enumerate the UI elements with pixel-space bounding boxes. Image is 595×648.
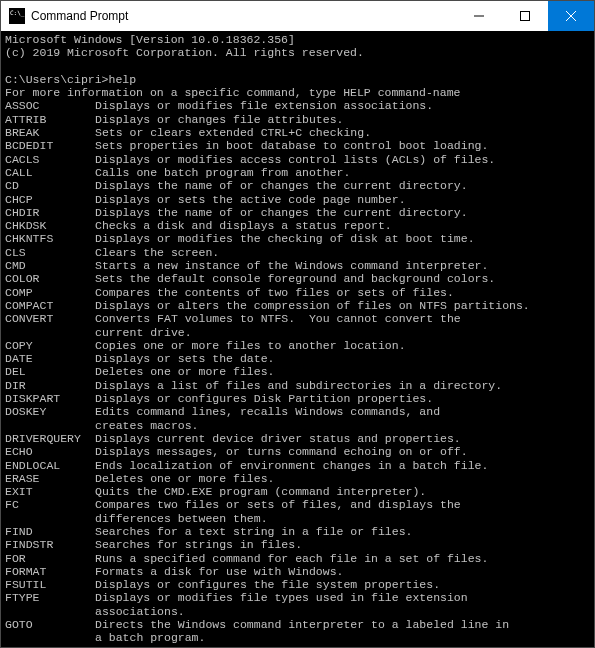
command-row: CACLSDisplays or modifies access control…	[5, 153, 590, 166]
command-pad	[5, 326, 95, 339]
command-prompt-window: Command Prompt Microsoft Windows [Versio…	[0, 0, 595, 648]
command-description: Sets properties in boot database to cont…	[95, 139, 590, 152]
command-row: CALLCalls one batch program from another…	[5, 166, 590, 179]
command-row: CHKDSKChecks a disk and displays a statu…	[5, 219, 590, 232]
command-row-continuation: a batch program.	[5, 631, 590, 644]
command-description: Displays or sets the active code page nu…	[95, 193, 590, 206]
command-row: DISKPARTDisplays or configures Disk Part…	[5, 392, 590, 405]
command-name: CHKNTFS	[5, 232, 95, 245]
command-row: COMPACTDisplays or alters the compressio…	[5, 299, 590, 312]
command-pad	[5, 419, 95, 432]
command-description: Converts FAT volumes to NTFS. You cannot…	[95, 312, 590, 325]
command-row: GPRESULTDisplays Group Policy informatio…	[5, 645, 590, 647]
command-pad	[5, 631, 95, 644]
prompt-text: C:\Users\cipri>	[5, 73, 109, 86]
command-row: CONVERTConverts FAT volumes to NTFS. You…	[5, 312, 590, 325]
command-name: DRIVERQUERY	[5, 432, 95, 445]
command-name: FTYPE	[5, 591, 95, 604]
command-name: COLOR	[5, 272, 95, 285]
command-row: ATTRIBDisplays or changes file attribute…	[5, 113, 590, 126]
command-name: COMP	[5, 286, 95, 299]
command-name: FORMAT	[5, 565, 95, 578]
command-row: COMPCompares the contents of two files o…	[5, 286, 590, 299]
command-description: Displays current device driver status an…	[95, 432, 590, 445]
command-name: FIND	[5, 525, 95, 538]
command-description: Copies one or more files to another loca…	[95, 339, 590, 352]
command-description: Displays the name of or changes the curr…	[95, 179, 590, 192]
command-description: a batch program.	[95, 631, 590, 644]
command-name: CACLS	[5, 153, 95, 166]
command-name: EXIT	[5, 485, 95, 498]
prompt-line: C:\Users\cipri>help	[5, 73, 590, 86]
command-row: DIRDisplays a list of files and subdirec…	[5, 379, 590, 392]
command-description: Directs the Windows command interpreter …	[95, 618, 590, 631]
titlebar[interactable]: Command Prompt	[1, 1, 594, 31]
command-name: CALL	[5, 166, 95, 179]
maximize-icon	[520, 11, 530, 21]
command-row-continuation: creates macros.	[5, 419, 590, 432]
command-name: ECHO	[5, 445, 95, 458]
command-row: FTYPEDisplays or modifies file types use…	[5, 591, 590, 604]
command-description: Searches for strings in files.	[95, 538, 590, 551]
command-name: ENDLOCAL	[5, 459, 95, 472]
command-description: Searches for a text string in a file or …	[95, 525, 590, 538]
command-name: GOTO	[5, 618, 95, 631]
command-description: Sets or clears extended CTRL+C checking.	[95, 126, 590, 139]
command-description: Edits command lines, recalls Windows com…	[95, 405, 590, 418]
command-row-continuation: current drive.	[5, 326, 590, 339]
command-description: Runs a specified command for each file i…	[95, 552, 590, 565]
command-description: Displays or modifies file extension asso…	[95, 99, 590, 112]
maximize-button[interactable]	[502, 1, 548, 31]
command-description: Starts a new instance of the Windows com…	[95, 259, 590, 272]
command-row: COPYCopies one or more files to another …	[5, 339, 590, 352]
help-intro-line: For more information on a specific comma…	[5, 86, 590, 99]
command-row: ENDLOCALEnds localization of environment…	[5, 459, 590, 472]
command-row: CMDStarts a new instance of the Windows …	[5, 259, 590, 272]
command-name: CD	[5, 179, 95, 192]
command-name: ERASE	[5, 472, 95, 485]
command-description: Displays or modifies file types used in …	[95, 591, 590, 604]
command-row: CHCPDisplays or sets the active code pag…	[5, 193, 590, 206]
command-name: FINDSTR	[5, 538, 95, 551]
terminal-output[interactable]: Microsoft Windows [Version 10.0.18362.35…	[1, 31, 594, 647]
close-button[interactable]	[548, 1, 594, 31]
command-description: Displays or sets the date.	[95, 352, 590, 365]
command-description: Displays or alters the compression of fi…	[95, 299, 590, 312]
command-name: COMPACT	[5, 299, 95, 312]
command-name: FOR	[5, 552, 95, 565]
command-row: FORMATFormats a disk for use with Window…	[5, 565, 590, 578]
command-name: CONVERT	[5, 312, 95, 325]
command-name: CLS	[5, 246, 95, 259]
command-row-continuation: associations.	[5, 605, 590, 618]
command-description: Displays a list of files and subdirector…	[95, 379, 590, 392]
command-description: Displays or modifies access control list…	[95, 153, 590, 166]
command-name: DEL	[5, 365, 95, 378]
command-name: CHDIR	[5, 206, 95, 219]
command-row: EXITQuits the CMD.EXE program (command i…	[5, 485, 590, 498]
command-description: current drive.	[95, 326, 590, 339]
command-row: DOSKEYEdits command lines, recalls Windo…	[5, 405, 590, 418]
command-pad	[5, 605, 95, 618]
header-line: (c) 2019 Microsoft Corporation. All righ…	[5, 46, 590, 59]
command-row: DATEDisplays or sets the date.	[5, 352, 590, 365]
command-row: COLORSets the default console foreground…	[5, 272, 590, 285]
command-name: BCDEDIT	[5, 139, 95, 152]
minimize-button[interactable]	[456, 1, 502, 31]
command-row: DELDeletes one or more files.	[5, 365, 590, 378]
command-row: ERASEDeletes one or more files.	[5, 472, 590, 485]
command-description: Clears the screen.	[95, 246, 590, 259]
command-description: Formats a disk for use with Windows.	[95, 565, 590, 578]
command-name: BREAK	[5, 126, 95, 139]
command-row: FINDSTRSearches for strings in files.	[5, 538, 590, 551]
command-name: DATE	[5, 352, 95, 365]
command-row: BCDEDITSets properties in boot database …	[5, 139, 590, 152]
command-description: Displays the name of or changes the curr…	[95, 206, 590, 219]
command-description: Displays or modifies the checking of dis…	[95, 232, 590, 245]
command-row: CHDIRDisplays the name of or changes the…	[5, 206, 590, 219]
blank-line	[5, 60, 590, 73]
command-name: ASSOC	[5, 99, 95, 112]
command-description: Quits the CMD.EXE program (command inter…	[95, 485, 590, 498]
command-description: associations.	[95, 605, 590, 618]
command-description: Sets the default console foreground and …	[95, 272, 590, 285]
window-title: Command Prompt	[31, 9, 128, 23]
